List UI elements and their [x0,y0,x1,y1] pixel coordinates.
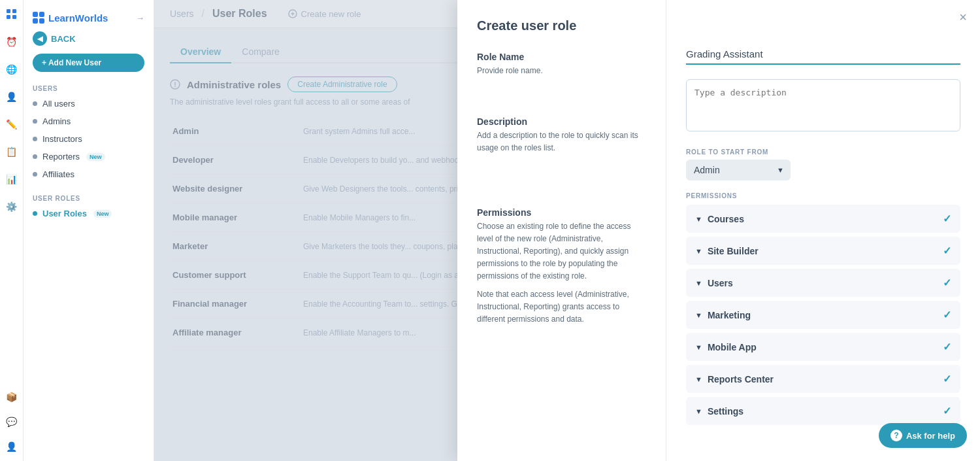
chevron-down-icon: ▼ [695,343,702,351]
permissions-info-label: Permissions [477,207,646,218]
clock-icon[interactable]: ⏰ [4,34,20,50]
description-info-desc: Add a description to the role to quickly… [477,129,646,154]
globe-icon[interactable]: 🌐 [4,61,20,77]
user-circle-icon[interactable]: 👤 [4,439,20,454]
permission-row-left: ▼ Reports Center [695,374,774,384]
sidebar-top-actions: ◀ BACK [24,29,154,54]
permission-label: Reports Center [708,374,774,384]
chevron-down-icon: ▼ [695,375,702,383]
dot-icon [33,172,37,177]
modal-close-button[interactable]: × [959,10,967,24]
svg-rect-2 [7,15,10,19]
help-icon[interactable]: 💬 [4,414,20,430]
check-icon: ✓ [943,341,951,353]
icon-bar: ⏰ 🌐 👤 ✏️ 📋 📊 ⚙️ 📦 💬 👤 [0,0,24,461]
sidebar-item-admins[interactable]: Admins [24,112,154,130]
modal-panel: × Create user role Role Name Provide rol… [457,0,980,461]
sidebar-item-label: Reporters [42,152,80,162]
sidebar-item-label: Instructors [42,134,82,144]
permission-row-left: ▼ Marketing [695,310,751,320]
sidebar-item-user-roles[interactable]: User Roles New [24,205,154,222]
description-textarea[interactable] [686,79,960,131]
app-logo[interactable]: LearnWorlds [33,12,108,24]
permission-row-mobile-app[interactable]: ▼ Mobile App ✓ [686,333,960,361]
permission-row-left: ▼ Mobile App [695,342,757,352]
book-icon[interactable]: 📋 [4,144,20,160]
permissions-info-desc: Choose an existing role to define the ac… [477,220,646,283]
permission-row-left: ▼ Settings [695,406,743,417]
permission-label: Site Builder [708,246,759,256]
dot-icon [33,211,37,216]
grid-icon[interactable] [4,7,20,22]
gear-icon[interactable]: ⚙️ [4,199,20,214]
chevron-down-icon: ▼ [695,215,702,223]
permission-label: Settings [708,406,743,417]
permission-row-site-builder[interactable]: ▼ Site Builder ✓ [686,237,960,265]
new-badge: New [93,210,112,218]
check-icon: ✓ [943,405,951,417]
sidebar-item-all-users[interactable]: All users [24,95,154,112]
permission-label: Users [708,278,733,288]
check-icon: ✓ [943,309,951,321]
modal-left: Create user role Role Name Provide role … [457,0,666,461]
check-icon: ✓ [943,213,951,225]
permission-row-users[interactable]: ▼ Users ✓ [686,269,960,297]
ask-help-button[interactable]: ? Ask for help [879,423,967,448]
back-arrow-icon: ◀ [33,31,47,46]
modal-right: ROLE TO START FROM Admin Developer Websi… [666,0,980,461]
app-name: LearnWorlds [48,12,108,24]
sidebar: LearnWorlds → ◀ BACK + Add New User USER… [24,0,154,461]
chevron-down-icon: ▼ [695,247,702,255]
permission-row-left: ▼ Users [695,278,733,288]
permission-row-reports-center[interactable]: ▼ Reports Center ✓ [686,365,960,393]
permission-row-settings[interactable]: ▼ Settings ✓ [686,397,960,425]
back-button[interactable]: ◀ BACK [33,31,76,46]
permissions-section: PERMISSIONS ▼ Courses ✓ ▼ Site Builder ✓… [686,192,960,425]
description-field [686,79,960,134]
dot-icon [33,119,37,124]
help-circle-icon: ? [890,430,902,441]
roles-section-label: USER ROLES [24,191,154,205]
add-user-button[interactable]: + Add New User [33,54,144,72]
chart-icon[interactable]: 📊 [4,171,20,187]
permission-row-left: ▼ Site Builder [695,246,759,256]
permission-label: Mobile App [708,342,757,352]
description-info-label: Description [477,116,646,127]
svg-rect-1 [12,9,16,13]
sidebar-item-label: All users [42,99,75,109]
check-icon: ✓ [943,373,951,385]
permission-row-marketing[interactable]: ▼ Marketing ✓ [686,301,960,329]
role-start-select[interactable]: Admin Developer Website designer Mobile … [686,160,791,180]
sidebar-item-instructors[interactable]: Instructors [24,130,154,148]
role-name-info-label: Role Name [477,52,646,62]
role-start-label: ROLE TO START FROM [686,148,960,156]
sidebar-item-reporters[interactable]: Reporters New [24,148,154,165]
role-name-input[interactable] [686,44,960,65]
permission-row-courses[interactable]: ▼ Courses ✓ [686,205,960,233]
user-icon[interactable]: 👤 [4,89,20,105]
chevron-down-icon: ▼ [695,407,702,415]
svg-rect-3 [12,15,16,19]
permission-row-left: ▼ Courses [695,214,744,224]
chevron-down-icon: ▼ [695,279,702,287]
check-icon: ✓ [943,245,951,257]
new-badge: New [86,153,105,161]
modal-title: Create user role [477,18,646,33]
logout-icon[interactable]: → [136,13,144,23]
permissions-info: Permissions Choose an existing role to d… [477,207,646,326]
role-select-wrapper: Admin Developer Website designer Mobile … [686,160,791,180]
svg-rect-0 [7,9,10,13]
check-icon: ✓ [943,277,951,289]
role-name-info-desc: Provide role name. [477,65,646,77]
sidebar-item-affiliates[interactable]: Affiliates [24,165,154,183]
permissions-title: PERMISSIONS [686,192,960,199]
permissions-info-note: Note that each access level (Administrat… [477,288,646,326]
users-section-label: USERS [24,81,154,95]
dot-icon [33,137,37,141]
box-icon[interactable]: 📦 [4,389,20,405]
permission-label: Marketing [708,310,751,320]
sidebar-item-label: Admins [42,116,71,126]
logo-grid-icon [33,12,44,24]
edit-icon[interactable]: ✏️ [4,116,20,132]
sidebar-item-label: Affiliates [42,169,74,179]
